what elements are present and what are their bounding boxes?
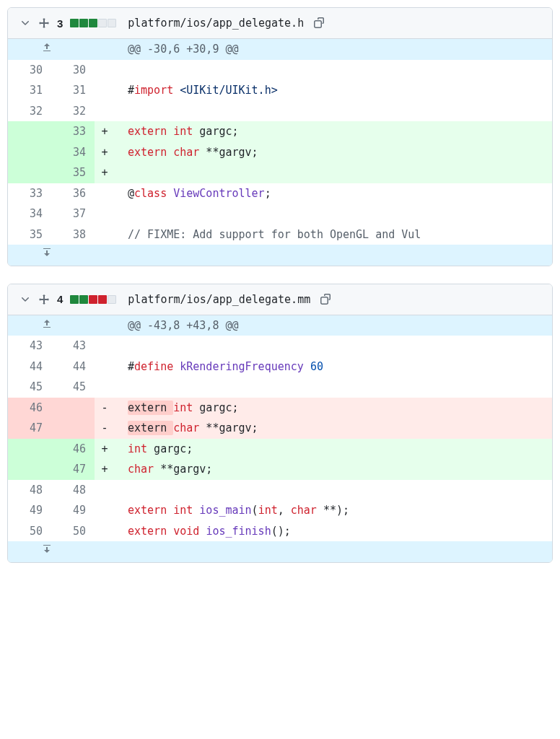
code-content: extern int gargc; bbox=[115, 121, 552, 142]
diff-marker: + bbox=[95, 459, 115, 480]
old-line-number[interactable]: 46 bbox=[8, 398, 51, 419]
expand-up-button[interactable] bbox=[8, 315, 95, 336]
old-line-number[interactable]: 35 bbox=[8, 224, 51, 245]
diff-marker bbox=[95, 500, 115, 521]
code-content: @class ViewController; bbox=[115, 183, 552, 204]
hunk-header-text: @@ -43,8 +43,8 @@ bbox=[115, 315, 552, 336]
diff-line: 33+extern int gargc; bbox=[8, 121, 552, 142]
new-line-number[interactable]: 43 bbox=[51, 336, 95, 357]
file-header: 3platform/ios/app_delegate.h bbox=[8, 8, 552, 39]
code-content: // FIXME: Add support for both OpenGL an… bbox=[115, 224, 552, 245]
diff-marker: - bbox=[95, 418, 115, 439]
new-line-number[interactable]: 37 bbox=[51, 204, 95, 224]
diff-marker: + bbox=[95, 439, 115, 460]
file-path[interactable]: platform/ios/app_delegate.mm bbox=[128, 293, 310, 306]
diff-line: 5050extern void ios_finish(); bbox=[8, 521, 552, 542]
stat-box-added bbox=[79, 295, 88, 304]
copy-icon[interactable] bbox=[314, 17, 325, 29]
code-content bbox=[115, 377, 552, 398]
old-line-number[interactable]: 44 bbox=[8, 357, 51, 377]
old-line-number[interactable] bbox=[8, 439, 51, 460]
new-line-number[interactable]: 33 bbox=[51, 121, 95, 142]
diff-marker: - bbox=[95, 398, 115, 419]
new-line-number[interactable]: 30 bbox=[51, 60, 95, 81]
chevron-down-icon[interactable] bbox=[19, 294, 31, 305]
stat-box-neutral bbox=[108, 19, 116, 27]
diff-line: 3437 bbox=[8, 204, 552, 224]
expand-diff-icon[interactable] bbox=[38, 294, 50, 305]
stat-box-neutral bbox=[108, 295, 116, 304]
code-content bbox=[115, 336, 552, 357]
old-line-number[interactable]: 45 bbox=[8, 377, 51, 398]
new-line-number[interactable]: 47 bbox=[51, 459, 95, 480]
new-line-number[interactable]: 31 bbox=[51, 80, 95, 101]
diff-line: 47+char **gargv; bbox=[8, 459, 552, 480]
diff-table: @@ -30,6 +30,9 @@30303131#import <UIKit/… bbox=[8, 39, 552, 266]
stat-box-removed bbox=[89, 295, 97, 304]
old-line-number[interactable] bbox=[8, 459, 51, 480]
old-line-number[interactable]: 31 bbox=[8, 80, 51, 101]
new-line-number[interactable]: 44 bbox=[51, 357, 95, 377]
old-line-number[interactable]: 34 bbox=[8, 204, 51, 224]
old-line-number[interactable]: 49 bbox=[8, 500, 51, 521]
new-line-number[interactable] bbox=[51, 398, 95, 419]
file-path[interactable]: platform/ios/app_delegate.h bbox=[128, 17, 304, 30]
diff-line: 3131#import <UIKit/UIKit.h> bbox=[8, 80, 552, 101]
new-line-number[interactable]: 32 bbox=[51, 101, 95, 122]
file-diff-block: 4platform/ios/app_delegate.mm@@ -43,8 +4… bbox=[7, 284, 553, 563]
change-count: 3 bbox=[57, 17, 63, 30]
new-line-number[interactable]: 36 bbox=[51, 183, 95, 204]
diff-line: 3030 bbox=[8, 60, 552, 81]
diff-line: 46-extern int gargc; bbox=[8, 398, 552, 419]
stat-box-added bbox=[79, 19, 88, 27]
expand-up-button[interactable] bbox=[8, 39, 95, 60]
old-line-number[interactable]: 33 bbox=[8, 183, 51, 204]
diff-line: 4343 bbox=[8, 336, 552, 357]
old-line-number[interactable] bbox=[8, 121, 51, 142]
new-line-number[interactable] bbox=[51, 418, 95, 439]
old-line-number[interactable]: 50 bbox=[8, 521, 51, 542]
diff-marker bbox=[95, 101, 115, 122]
code-content bbox=[115, 480, 552, 501]
diff-marker bbox=[95, 80, 115, 101]
new-line-number[interactable]: 34 bbox=[51, 142, 95, 163]
new-line-number[interactable]: 45 bbox=[51, 377, 95, 398]
diff-line: 46+int gargc; bbox=[8, 439, 552, 460]
old-line-number[interactable]: 43 bbox=[8, 336, 51, 357]
diff-line: 4848 bbox=[8, 480, 552, 501]
expand-down-button[interactable] bbox=[8, 245, 95, 266]
old-line-number[interactable]: 32 bbox=[8, 101, 51, 122]
new-line-number[interactable]: 48 bbox=[51, 480, 95, 501]
diff-marker bbox=[95, 336, 115, 357]
diff-marker bbox=[95, 480, 115, 501]
new-line-number[interactable]: 38 bbox=[51, 224, 95, 245]
file-diff-block: 3platform/ios/app_delegate.h@@ -30,6 +30… bbox=[7, 7, 553, 266]
code-content: extern int gargc; bbox=[115, 398, 552, 419]
diff-marker: + bbox=[95, 121, 115, 142]
code-content bbox=[115, 101, 552, 122]
code-content: int gargc; bbox=[115, 439, 552, 460]
expand-diff-icon[interactable] bbox=[38, 17, 50, 29]
old-line-number[interactable]: 48 bbox=[8, 480, 51, 501]
code-content bbox=[115, 60, 552, 81]
diff-stat-bar bbox=[70, 19, 116, 27]
diff-marker bbox=[95, 224, 115, 245]
code-content: #import <UIKit/UIKit.h> bbox=[115, 80, 552, 101]
old-line-number[interactable]: 47 bbox=[8, 418, 51, 439]
new-line-number[interactable]: 50 bbox=[51, 521, 95, 542]
diff-line: 4444#define kRenderingFrequency 60 bbox=[8, 357, 552, 377]
code-content: extern int ios_main(int, char **); bbox=[115, 500, 552, 521]
diff-marker: + bbox=[95, 162, 115, 183]
code-content: extern char **gargv; bbox=[115, 142, 552, 163]
old-line-number[interactable] bbox=[8, 142, 51, 163]
diff-marker: + bbox=[95, 142, 115, 163]
new-line-number[interactable]: 35 bbox=[51, 162, 95, 183]
new-line-number[interactable]: 46 bbox=[51, 439, 95, 460]
chevron-down-icon[interactable] bbox=[19, 17, 31, 29]
expand-down-button[interactable] bbox=[8, 541, 95, 562]
old-line-number[interactable] bbox=[8, 162, 51, 183]
expand-down-row bbox=[8, 541, 552, 562]
new-line-number[interactable]: 49 bbox=[51, 500, 95, 521]
old-line-number[interactable]: 30 bbox=[8, 60, 51, 81]
copy-icon[interactable] bbox=[320, 294, 332, 305]
